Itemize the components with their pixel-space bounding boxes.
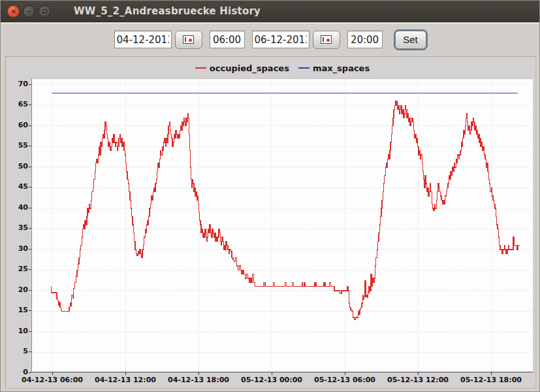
x-axis-tick-label: 05-12-13 12:00 xyxy=(387,376,449,384)
y-axis-tick xyxy=(29,290,31,291)
x-axis-tick-label: 05-12-13 18:00 xyxy=(460,376,522,384)
legend-item-occupied-spaces: occupied_spaces xyxy=(195,63,289,73)
x-axis-tick xyxy=(199,372,199,375)
toolbar: Set xyxy=(1,23,539,56)
y-axis-tick-label: 65 xyxy=(11,100,28,109)
y-axis-tick-label: 20 xyxy=(11,286,28,295)
y-axis-tick xyxy=(29,351,31,352)
y-axis-tick xyxy=(29,228,31,229)
close-icon[interactable]: × xyxy=(7,5,20,18)
y-axis-tick-label: 60 xyxy=(11,121,28,130)
end-date-input[interactable] xyxy=(252,31,310,48)
maximize-icon[interactable] xyxy=(39,5,51,18)
calendar-icon xyxy=(321,35,332,44)
y-axis-tick xyxy=(29,269,31,270)
x-axis-tick xyxy=(491,372,492,375)
start-date-input[interactable] xyxy=(114,31,172,48)
legend-item-max-spaces: max_spaces xyxy=(298,63,370,73)
end-date-calendar-button[interactable] xyxy=(313,31,340,49)
y-axis-tick xyxy=(29,249,31,250)
max-spaces-line-swatch xyxy=(298,67,310,69)
start-date-calendar-button[interactable] xyxy=(175,31,202,49)
window-title: WW_5_2_Andreasbruecke History xyxy=(74,5,261,17)
plot-area xyxy=(31,78,533,372)
y-axis-tick-label: 40 xyxy=(11,203,28,212)
y-axis-tick xyxy=(29,372,31,373)
x-axis-tick-label: 05-12-13 06:00 xyxy=(314,376,375,384)
y-axis-tick xyxy=(29,167,31,167)
y-axis-tick-label: 70 xyxy=(11,80,28,89)
x-axis-tick xyxy=(345,372,345,375)
y-axis-tick xyxy=(29,310,31,311)
occupied-spaces-line-swatch xyxy=(195,67,206,69)
x-axis-tick-label: 04-12-13 06:00 xyxy=(22,376,83,384)
titlebar: × – WW_5_2_Andreasbruecke History xyxy=(1,1,539,22)
start-time-input[interactable] xyxy=(210,31,245,48)
chart-panel: occupied_spaces max_spaces 0510152025303… xyxy=(5,56,536,389)
x-axis-tick xyxy=(418,372,419,375)
x-axis-tick-label: 04-12-13 18:00 xyxy=(168,376,229,384)
y-axis-tick-label: 15 xyxy=(11,306,28,315)
y-axis-tick xyxy=(29,125,31,126)
maximize-square-glyph xyxy=(42,9,47,13)
y-axis-tick xyxy=(29,208,31,208)
end-time-input[interactable] xyxy=(347,31,383,48)
y-axis-tick-label: 25 xyxy=(11,265,28,274)
set-button[interactable]: Set xyxy=(395,31,426,49)
x-axis-tick-label: 04-12-13 12:00 xyxy=(95,376,156,384)
x-axis-tick-label: 05-12-13 00:00 xyxy=(241,376,302,384)
y-axis-tick xyxy=(29,84,31,85)
legend-label: occupied_spaces xyxy=(210,63,289,73)
x-axis-tick xyxy=(272,372,272,375)
x-axis-tick xyxy=(52,372,53,375)
calendar-icon xyxy=(183,35,194,44)
window-controls: × – xyxy=(7,5,51,18)
y-axis-tick xyxy=(29,187,31,188)
app-window: × – WW_5_2_Andreasbruecke History Set oc… xyxy=(0,0,540,392)
y-axis-tick-label: 45 xyxy=(11,182,28,191)
y-axis-tick xyxy=(29,331,31,332)
y-axis-tick-label: 55 xyxy=(11,141,28,150)
x-axis-tick xyxy=(125,372,126,375)
chart-legend: occupied_spaces max_spaces xyxy=(31,62,533,74)
y-axis-tick-label: 5 xyxy=(11,347,28,356)
y-axis-tick-label: 35 xyxy=(11,223,28,233)
y-axis-tick-label: 10 xyxy=(11,327,28,336)
y-axis-tick xyxy=(29,105,31,105)
chart-canvas xyxy=(32,79,534,373)
minimize-icon[interactable]: – xyxy=(23,5,35,18)
y-axis-tick-label: 50 xyxy=(11,162,28,171)
legend-label: max_spaces xyxy=(313,63,370,73)
y-axis-tick xyxy=(29,146,31,146)
y-axis-tick-label: 30 xyxy=(11,244,28,253)
